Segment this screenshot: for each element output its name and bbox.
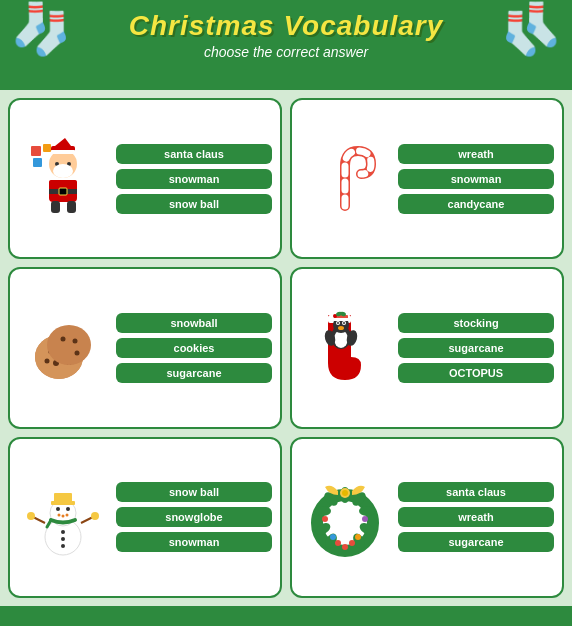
card-2-options: wreath snowman candycane xyxy=(398,144,554,214)
svg-point-23 xyxy=(47,325,91,365)
svg-point-35 xyxy=(338,326,344,330)
svg-point-76 xyxy=(362,516,368,522)
svg-point-24 xyxy=(60,337,65,342)
cards-grid: santa claus snowman snow ball wreath sno… xyxy=(0,90,572,606)
card-3-option-3[interactable]: sugarcane xyxy=(116,363,272,383)
svg-rect-14 xyxy=(43,144,51,152)
card-5-image xyxy=(18,472,108,562)
svg-point-59 xyxy=(91,512,99,520)
card-5-options: snow ball snowglobe snowman xyxy=(116,482,272,552)
card-6-option-1[interactable]: santa claus xyxy=(398,482,554,502)
svg-point-25 xyxy=(72,339,77,344)
card-1-option-2[interactable]: snowman xyxy=(116,169,272,189)
card-4-option-1[interactable]: stocking xyxy=(398,313,554,333)
card-5-option-1[interactable]: snow ball xyxy=(116,482,272,502)
card-6-option-3[interactable]: sugarcane xyxy=(398,532,554,552)
card-4: stocking sugarcane OCTOPUS xyxy=(290,267,564,428)
svg-point-68 xyxy=(315,506,331,516)
svg-rect-3 xyxy=(50,150,76,154)
svg-point-70 xyxy=(335,540,341,546)
card-1-option-1[interactable]: santa claus xyxy=(116,144,272,164)
card-1: santa claus snowman snow ball xyxy=(8,98,282,259)
stocking-right-icon: 🧦 xyxy=(500,0,562,58)
svg-point-54 xyxy=(61,537,65,541)
card-1-image xyxy=(18,134,108,224)
card-6: santa claus wreath sugarcane xyxy=(290,437,564,598)
svg-point-22 xyxy=(44,359,49,364)
card-2-option-2[interactable]: snowman xyxy=(398,169,554,189)
card-1-option-3[interactable]: snow ball xyxy=(116,194,272,214)
card-2-option-1[interactable]: wreath xyxy=(398,144,554,164)
card-4-option-3[interactable]: OCTOPUS xyxy=(398,363,554,383)
card-4-image xyxy=(300,303,390,393)
svg-point-73 xyxy=(330,534,336,540)
card-5: snow ball snowglobe snowman xyxy=(8,437,282,598)
card-3-image xyxy=(18,303,108,393)
svg-line-58 xyxy=(81,517,93,523)
page-title: Christmas Vocabulary xyxy=(0,10,572,42)
card-1-options: santa claus snowman snow ball xyxy=(116,144,272,214)
svg-point-71 xyxy=(342,544,348,550)
card-4-option-2[interactable]: sugarcane xyxy=(398,338,554,358)
svg-point-53 xyxy=(61,530,65,534)
stocking-left-icon: 🧦 xyxy=(10,0,72,58)
svg-point-48 xyxy=(66,507,70,511)
svg-point-26 xyxy=(74,351,79,356)
svg-point-34 xyxy=(343,322,345,324)
svg-point-72 xyxy=(349,540,355,546)
svg-point-49 xyxy=(57,513,60,516)
svg-point-78 xyxy=(342,490,348,496)
svg-point-63 xyxy=(359,506,375,516)
card-4-options: stocking sugarcane OCTOPUS xyxy=(398,313,554,383)
svg-rect-12 xyxy=(67,201,76,213)
card-5-option-2[interactable]: snowglobe xyxy=(116,507,272,527)
svg-rect-10 xyxy=(59,188,67,195)
card-2: wreath snowman candycane xyxy=(290,98,564,259)
svg-rect-13 xyxy=(31,146,41,156)
page-subtitle: choose the correct answer xyxy=(0,44,572,60)
svg-point-51 xyxy=(65,513,68,516)
svg-point-74 xyxy=(355,534,361,540)
svg-point-75 xyxy=(322,516,328,522)
card-6-option-2[interactable]: wreath xyxy=(398,507,554,527)
card-3: snowball cookies sugarcane xyxy=(8,267,282,428)
card-6-image xyxy=(300,472,390,562)
svg-point-50 xyxy=(61,514,64,517)
svg-rect-15 xyxy=(33,158,42,167)
card-6-options: santa claus wreath sugarcane xyxy=(398,482,554,552)
page-header: 🧦 Christmas Vocabulary choose the correc… xyxy=(0,0,572,90)
card-2-image xyxy=(300,134,390,224)
card-3-option-1[interactable]: snowball xyxy=(116,313,272,333)
svg-rect-11 xyxy=(51,201,60,213)
svg-rect-46 xyxy=(51,501,75,505)
card-3-options: snowball cookies sugarcane xyxy=(116,313,272,383)
svg-point-6 xyxy=(53,164,73,178)
svg-rect-39 xyxy=(332,318,350,321)
card-3-option-2[interactable]: cookies xyxy=(116,338,272,358)
svg-rect-8 xyxy=(49,180,77,185)
card-5-option-3[interactable]: snowman xyxy=(116,532,272,552)
svg-point-33 xyxy=(337,322,339,324)
svg-line-56 xyxy=(33,517,45,523)
svg-point-55 xyxy=(61,544,65,548)
svg-point-57 xyxy=(27,512,35,520)
card-2-option-3[interactable]: candycane xyxy=(398,194,554,214)
svg-marker-2 xyxy=(55,138,71,146)
svg-point-47 xyxy=(56,507,60,511)
